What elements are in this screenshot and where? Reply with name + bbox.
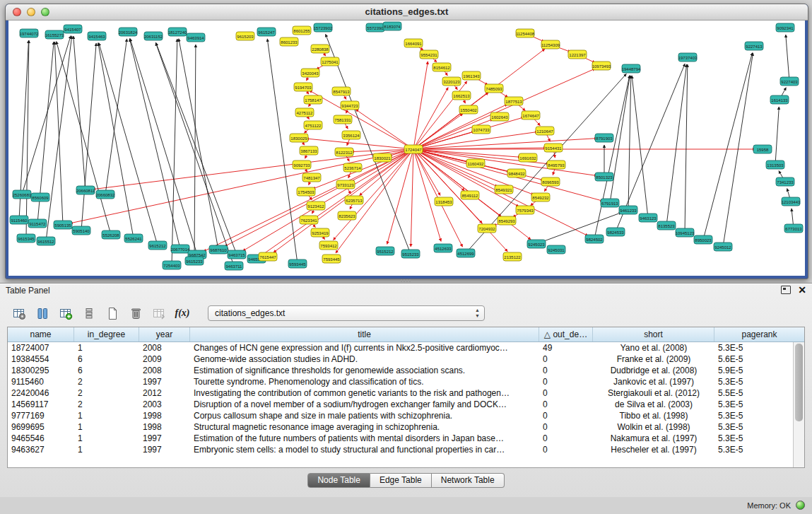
close-window-button[interactable] — [13, 8, 21, 16]
graph-node[interactable]: 7254403 — [163, 261, 181, 269]
graph-node[interactable]: 1275041 — [321, 57, 339, 66]
graph-node[interactable]: 1664091 — [404, 39, 423, 47]
graph-node[interactable]: 8950023 — [694, 235, 712, 244]
window-titlebar[interactable]: citations_edges.txt — [6, 4, 808, 21]
table-row[interactable]: 1938455462009Genome-wide association stu… — [8, 354, 794, 365]
graph-node[interactable]: 1691632 — [519, 153, 537, 162]
graph-node[interactable]: 15723902 — [314, 23, 333, 32]
graph-node[interactable]: 7615447 — [259, 252, 277, 261]
graph-node[interactable]: 1614133 — [770, 95, 789, 104]
graph-node[interactable]: 3220123 — [442, 77, 461, 86]
close-panel-icon[interactable]: ✕ — [798, 286, 806, 294]
new-file-icon[interactable] — [103, 305, 122, 322]
graph-node[interactable]: 7593412 — [319, 241, 338, 250]
graph-node[interactable]: 19737403 — [678, 53, 698, 62]
graph-node[interactable]: 18127240 — [168, 28, 187, 36]
graph-node[interactable]: 8495793 — [547, 160, 565, 169]
graph-node[interactable]: 9092733 — [293, 160, 311, 169]
graph-node[interactable]: 7593445 — [322, 255, 341, 263]
network-table-select[interactable]: citations_edges.txt ▲▼ — [208, 305, 485, 321]
graph-node[interactable]: 9687610 — [209, 245, 228, 254]
minimize-window-button[interactable] — [27, 8, 35, 16]
graph-node[interactable]: 8183074 — [383, 22, 401, 30]
graph-node[interactable]: 9245023 — [527, 240, 546, 248]
graph-node[interactable]: 9593445 — [288, 259, 307, 268]
graph-node[interactable]: 9092341 — [776, 23, 794, 32]
graph-node[interactable]: 9415407 — [64, 25, 82, 33]
tab-network-table[interactable]: Network Table — [432, 473, 505, 488]
graph-node[interactable]: 1830021 — [373, 153, 392, 162]
graph-node[interactable]: 1662513 — [452, 91, 471, 100]
table-row[interactable]: 969969511998Structural magnetic resonanc… — [8, 421, 794, 433]
graph-node[interactable]: 8122312 — [335, 148, 353, 156]
graph-node[interactable]: 9615233 — [185, 257, 204, 265]
graph-node[interactable]: 7579343 — [516, 206, 534, 214]
graph-node[interactable]: 9848432 — [507, 169, 526, 177]
graph-node[interactable]: 19744072 — [20, 29, 39, 37]
graph-node[interactable]: 9227413 — [745, 42, 763, 50]
graph-node[interactable]: 10945123 — [676, 228, 695, 237]
graph-node[interactable]: 5236714 — [343, 163, 362, 172]
graph-node[interactable]: 1160432 — [466, 159, 485, 168]
graph-node[interactable]: 20660811 — [76, 186, 95, 194]
graph-node[interactable]: 9554231 — [420, 50, 438, 59]
graph-node[interactable]: 9463914 — [187, 33, 205, 42]
import-table-icon[interactable] — [150, 305, 168, 322]
tab-node-table[interactable]: Node Table — [307, 473, 370, 488]
graph-node[interactable]: 3867133 — [300, 146, 318, 155]
table-row[interactable]: 1456911722003Disruption of a novel membe… — [8, 399, 794, 410]
graph-node[interactable]: 6773013 — [784, 224, 803, 233]
graph-node[interactable]: 9615345 — [17, 234, 35, 243]
graph-node[interactable]: 7341233 — [776, 177, 794, 186]
graph-node[interactable]: 9463123 — [639, 214, 657, 222]
table-row[interactable]: 946554611997Estimation of the future num… — [8, 433, 794, 444]
graph-node[interactable]: 8549112 — [461, 191, 479, 199]
graph-node[interactable]: 1877513 — [505, 97, 523, 105]
graph-node[interactable]: 9154431 — [544, 144, 563, 152]
graph-node[interactable]: 20677014 — [171, 245, 190, 253]
graph-node[interactable]: 8791903 — [595, 134, 613, 142]
graph-node[interactable]: 8135523 — [657, 221, 676, 230]
column-header-in_degree[interactable]: in_degree — [74, 327, 139, 341]
graph-node[interactable]: 8549293 — [498, 216, 516, 225]
graph-node[interactable]: 9463715 — [228, 250, 246, 259]
graph-node[interactable]: 9824533 — [606, 228, 625, 236]
column-header-pagerank[interactable]: pagerank — [714, 327, 804, 341]
graph-node[interactable]: 11254408 — [516, 29, 535, 37]
graph-node[interactable]: 2280838 — [311, 45, 329, 53]
graph-node[interactable]: 4751122 — [304, 121, 322, 129]
graph-node[interactable]: 1074733 — [472, 125, 490, 134]
graph-node[interactable]: 4512633 — [434, 244, 452, 252]
table-row[interactable]: 1872400712008Changes of HCN gene express… — [8, 342, 794, 354]
graph-node[interactable]: 9415463 — [88, 32, 106, 40]
graph-node[interactable]: 5905140 — [72, 226, 90, 235]
graph-node[interactable]: 6235713 — [345, 196, 363, 204]
graph-node[interactable]: 12103443 — [782, 197, 801, 206]
graph-node[interactable]: 1961343 — [462, 71, 481, 80]
table-row[interactable]: 977716911998Corpus callosum shape and si… — [8, 410, 794, 421]
graph-node[interactable]: 8601233 — [280, 37, 298, 46]
graph-node[interactable]: 1724047 — [404, 145, 423, 153]
graph-node[interactable]: 1313503 — [766, 160, 784, 169]
graph-node[interactable]: 4275112 — [295, 108, 314, 117]
table-row[interactable]: 946362711997Embryonic stem cells: a mode… — [8, 444, 794, 455]
graph-node[interactable]: 1830029 — [290, 134, 308, 142]
graph-node[interactable]: 7481347 — [302, 173, 321, 182]
table-vertical-scrollbar[interactable] — [793, 342, 804, 467]
graph-node[interactable]: 9123412 — [307, 201, 325, 210]
function-builder-icon[interactable]: f(x) — [173, 305, 192, 322]
graph-node[interactable]: 9115460 — [10, 216, 28, 224]
graph-node[interactable]: 9194703 — [294, 83, 312, 91]
graph-node[interactable]: 9463711 — [225, 262, 243, 270]
table-row[interactable]: 1830029562008Estimation of significance … — [8, 365, 794, 376]
graph-node[interactable]: 7623341 — [300, 216, 318, 224]
graph-node[interactable]: 3420043 — [301, 69, 319, 77]
column-header-short[interactable]: short — [593, 327, 714, 341]
graph-node[interactable]: 8096593 — [541, 177, 560, 186]
tab-edge-table[interactable]: Edge Table — [370, 473, 432, 488]
row-mode-icon[interactable] — [80, 305, 98, 322]
graph-node[interactable]: 1758147 — [304, 95, 322, 104]
graph-node[interactable]: 1674647 — [522, 111, 540, 119]
graph-node[interactable]: 9515212 — [376, 247, 394, 255]
graph-node[interactable]: 16155273 — [45, 30, 64, 39]
